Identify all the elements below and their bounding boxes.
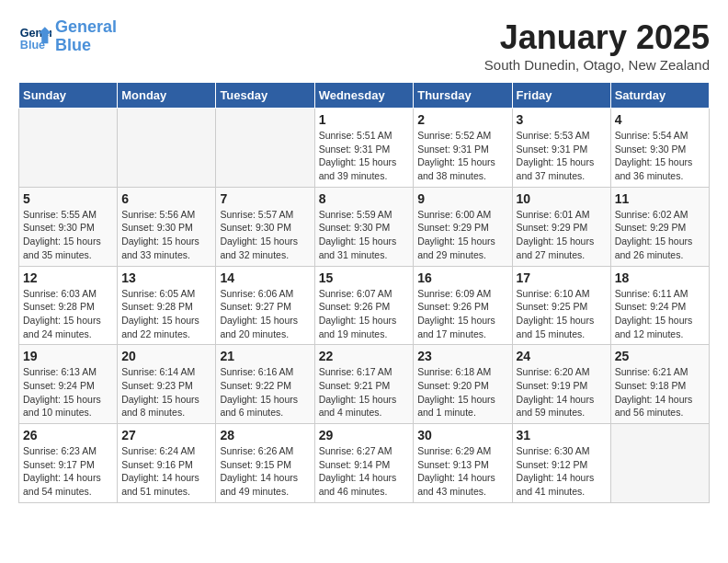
- day-number: 21: [220, 349, 310, 363]
- header-wednesday: Wednesday: [314, 83, 414, 109]
- table-row: 28Sunrise: 6:26 AM Sunset: 9:15 PM Dayli…: [216, 424, 314, 503]
- day-info: Sunrise: 6:17 AM Sunset: 9:21 PM Dayligh…: [319, 365, 410, 419]
- header-thursday: Thursday: [414, 83, 512, 109]
- table-row: 18Sunrise: 6:11 AM Sunset: 9:24 PM Dayli…: [610, 266, 709, 345]
- svg-text:Blue: Blue: [20, 38, 45, 51]
- table-row: 23Sunrise: 6:18 AM Sunset: 9:20 PM Dayli…: [414, 345, 512, 424]
- title-block: January 2025 South Dunedin, Otago, New Z…: [484, 18, 710, 73]
- day-number: 6: [121, 191, 211, 206]
- table-row: 20Sunrise: 6:14 AM Sunset: 9:23 PM Dayli…: [118, 345, 216, 424]
- calendar-week-row: 26Sunrise: 6:23 AM Sunset: 9:17 PM Dayli…: [19, 424, 710, 503]
- day-number: 1: [319, 112, 410, 127]
- day-number: 5: [23, 191, 113, 206]
- day-number: 31: [517, 428, 607, 442]
- day-info: Sunrise: 6:30 AM Sunset: 9:12 PM Dayligh…: [517, 444, 607, 499]
- table-row: 9Sunrise: 6:00 AM Sunset: 9:29 PM Daylig…: [414, 187, 512, 266]
- day-number: 12: [23, 270, 113, 285]
- table-row: 17Sunrise: 6:10 AM Sunset: 9:25 PM Dayli…: [512, 266, 610, 345]
- day-info: Sunrise: 5:54 AM Sunset: 9:30 PM Dayligh…: [615, 129, 705, 183]
- day-number: 15: [319, 270, 410, 285]
- calendar-week-row: 1Sunrise: 5:51 AM Sunset: 9:31 PM Daylig…: [19, 109, 710, 188]
- day-number: 14: [220, 270, 310, 285]
- day-number: 30: [417, 428, 507, 442]
- day-info: Sunrise: 6:21 AM Sunset: 9:18 PM Dayligh…: [615, 365, 705, 419]
- day-number: 8: [319, 191, 410, 206]
- table-row: 16Sunrise: 6:09 AM Sunset: 9:26 PM Dayli…: [414, 266, 512, 345]
- day-number: 22: [319, 349, 410, 363]
- table-row: 27Sunrise: 6:24 AM Sunset: 9:16 PM Dayli…: [118, 424, 216, 503]
- table-row: 25Sunrise: 6:21 AM Sunset: 9:18 PM Dayli…: [610, 345, 709, 424]
- table-row: 12Sunrise: 6:03 AM Sunset: 9:28 PM Dayli…: [19, 266, 118, 345]
- day-info: Sunrise: 6:10 AM Sunset: 9:25 PM Dayligh…: [517, 287, 607, 341]
- weekday-header-row: Sunday Monday Tuesday Wednesday Thursday…: [19, 83, 710, 109]
- table-row: [118, 109, 216, 188]
- day-info: Sunrise: 6:07 AM Sunset: 9:26 PM Dayligh…: [319, 287, 410, 341]
- page-header: General Blue General Blue January 2025 S…: [18, 18, 710, 73]
- day-info: Sunrise: 5:59 AM Sunset: 9:30 PM Dayligh…: [319, 208, 410, 262]
- day-info: Sunrise: 6:14 AM Sunset: 9:23 PM Dayligh…: [121, 365, 211, 419]
- day-info: Sunrise: 5:52 AM Sunset: 9:31 PM Dayligh…: [417, 129, 507, 183]
- logo-text: General Blue: [55, 18, 117, 55]
- table-row: [610, 424, 709, 503]
- logo: General Blue General Blue: [18, 18, 117, 55]
- table-row: [216, 109, 314, 188]
- day-info: Sunrise: 6:06 AM Sunset: 9:27 PM Dayligh…: [220, 287, 310, 341]
- calendar-week-row: 12Sunrise: 6:03 AM Sunset: 9:28 PM Dayli…: [19, 266, 710, 345]
- table-row: 10Sunrise: 6:01 AM Sunset: 9:29 PM Dayli…: [512, 187, 610, 266]
- header-sunday: Sunday: [19, 83, 118, 109]
- day-info: Sunrise: 5:53 AM Sunset: 9:31 PM Dayligh…: [517, 129, 607, 183]
- day-info: Sunrise: 5:57 AM Sunset: 9:30 PM Dayligh…: [220, 208, 310, 262]
- day-number: 19: [23, 349, 113, 363]
- day-info: Sunrise: 6:00 AM Sunset: 9:29 PM Dayligh…: [417, 208, 507, 262]
- day-info: Sunrise: 6:18 AM Sunset: 9:20 PM Dayligh…: [417, 365, 507, 419]
- day-number: 23: [417, 349, 507, 363]
- day-number: 29: [319, 428, 410, 442]
- day-info: Sunrise: 6:03 AM Sunset: 9:28 PM Dayligh…: [23, 287, 113, 341]
- day-info: Sunrise: 6:20 AM Sunset: 9:19 PM Dayligh…: [517, 365, 607, 419]
- day-number: 10: [517, 191, 607, 206]
- table-row: 7Sunrise: 5:57 AM Sunset: 9:30 PM Daylig…: [216, 187, 314, 266]
- calendar-title: January 2025: [484, 18, 710, 57]
- table-row: 14Sunrise: 6:06 AM Sunset: 9:27 PM Dayli…: [216, 266, 314, 345]
- table-row: 11Sunrise: 6:02 AM Sunset: 9:29 PM Dayli…: [610, 187, 709, 266]
- day-info: Sunrise: 6:01 AM Sunset: 9:29 PM Dayligh…: [517, 208, 607, 262]
- table-row: 21Sunrise: 6:16 AM Sunset: 9:22 PM Dayli…: [216, 345, 314, 424]
- day-number: 27: [121, 428, 211, 442]
- day-number: 3: [517, 112, 607, 127]
- table-row: 13Sunrise: 6:05 AM Sunset: 9:28 PM Dayli…: [118, 266, 216, 345]
- day-number: 26: [23, 428, 113, 442]
- table-row: 31Sunrise: 6:30 AM Sunset: 9:12 PM Dayli…: [512, 424, 610, 503]
- table-row: 15Sunrise: 6:07 AM Sunset: 9:26 PM Dayli…: [314, 266, 414, 345]
- logo-general: General: [55, 17, 117, 36]
- table-row: [19, 109, 118, 188]
- header-monday: Monday: [118, 83, 216, 109]
- table-row: 2Sunrise: 5:52 AM Sunset: 9:31 PM Daylig…: [414, 109, 512, 188]
- day-number: 11: [615, 191, 705, 206]
- day-info: Sunrise: 6:23 AM Sunset: 9:17 PM Dayligh…: [23, 444, 113, 499]
- day-number: 7: [220, 191, 310, 206]
- day-number: 25: [615, 349, 705, 363]
- table-row: 22Sunrise: 6:17 AM Sunset: 9:21 PM Dayli…: [314, 345, 414, 424]
- table-row: 29Sunrise: 6:27 AM Sunset: 9:14 PM Dayli…: [314, 424, 414, 503]
- table-row: 24Sunrise: 6:20 AM Sunset: 9:19 PM Dayli…: [512, 345, 610, 424]
- logo-icon: General Blue: [18, 20, 51, 53]
- calendar-subtitle: South Dunedin, Otago, New Zealand: [484, 57, 710, 73]
- day-info: Sunrise: 6:27 AM Sunset: 9:14 PM Dayligh…: [319, 444, 410, 499]
- table-row: 5Sunrise: 5:55 AM Sunset: 9:30 PM Daylig…: [19, 187, 118, 266]
- table-row: 4Sunrise: 5:54 AM Sunset: 9:30 PM Daylig…: [610, 109, 709, 188]
- day-number: 13: [121, 270, 211, 285]
- day-info: Sunrise: 6:13 AM Sunset: 9:24 PM Dayligh…: [23, 365, 113, 419]
- day-info: Sunrise: 5:51 AM Sunset: 9:31 PM Dayligh…: [319, 129, 410, 183]
- day-number: 28: [220, 428, 310, 442]
- day-number: 2: [417, 112, 507, 127]
- day-number: 17: [517, 270, 607, 285]
- day-number: 4: [615, 112, 705, 127]
- table-row: 3Sunrise: 5:53 AM Sunset: 9:31 PM Daylig…: [512, 109, 610, 188]
- day-info: Sunrise: 6:05 AM Sunset: 9:28 PM Dayligh…: [121, 287, 211, 341]
- day-info: Sunrise: 6:02 AM Sunset: 9:29 PM Dayligh…: [615, 208, 705, 262]
- day-number: 20: [121, 349, 211, 363]
- day-number: 18: [615, 270, 705, 285]
- table-row: 19Sunrise: 6:13 AM Sunset: 9:24 PM Dayli…: [19, 345, 118, 424]
- table-row: 6Sunrise: 5:56 AM Sunset: 9:30 PM Daylig…: [118, 187, 216, 266]
- table-row: 1Sunrise: 5:51 AM Sunset: 9:31 PM Daylig…: [314, 109, 414, 188]
